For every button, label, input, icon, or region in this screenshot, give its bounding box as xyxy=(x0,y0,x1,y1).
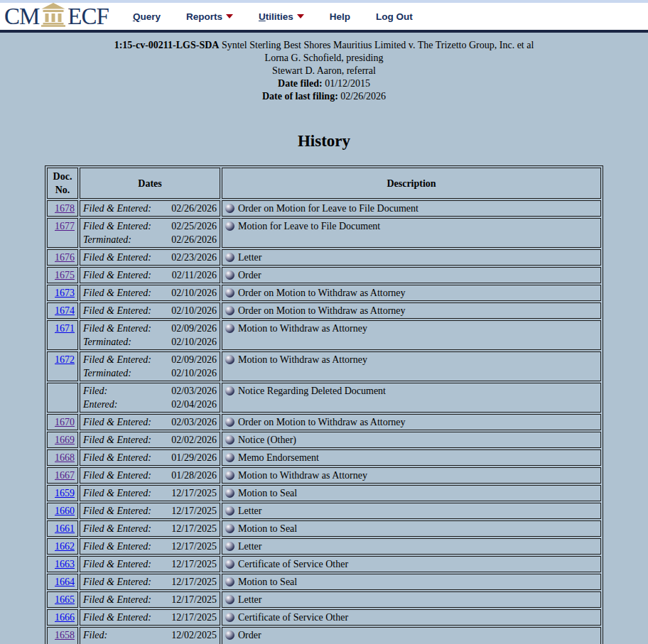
doc-number-link[interactable]: 1661 xyxy=(55,523,75,534)
menu-item-query[interactable]: Query xyxy=(133,11,161,22)
date-label: Filed & Entered: xyxy=(83,504,151,518)
date-line: Filed & Entered:02/25/2026 xyxy=(83,219,217,233)
description-cell: Notice Regarding Deleted Document xyxy=(222,383,601,413)
dates-cell: Filed & Entered:12/17/2025 xyxy=(80,556,220,572)
silver-ball-document-icon[interactable] xyxy=(225,471,234,480)
silver-ball-document-icon[interactable] xyxy=(225,453,234,462)
date-label: Filed & Entered: xyxy=(83,415,151,429)
doc-number-link[interactable]: 1663 xyxy=(55,559,75,569)
description-text: Motion to Seal xyxy=(238,577,297,587)
silver-ball-document-icon[interactable] xyxy=(225,253,234,262)
doc-number-link[interactable]: 1665 xyxy=(55,594,75,605)
dates-cell: Filed & Entered:01/28/2026 xyxy=(80,467,220,484)
silver-ball-document-icon[interactable] xyxy=(225,577,234,586)
date-value: 12/02/2025 xyxy=(171,628,217,642)
history-row: 1662Filed & Entered:12/17/2025Letter xyxy=(47,538,601,555)
date-value: 02/11/2026 xyxy=(172,268,217,282)
app-header: CM ECF QueryReportsUtilitiesHelpLog Out xyxy=(0,0,648,33)
history-row: 1678Filed & Entered:02/26/2026Order on M… xyxy=(47,200,601,217)
doc-number-link[interactable]: 1667 xyxy=(55,470,75,481)
history-row: 1665Filed & Entered:12/17/2025Letter xyxy=(47,591,601,608)
case-title: Syntel Sterling Best Shores Mauritius Li… xyxy=(222,40,534,50)
doc-number-link[interactable]: 1662 xyxy=(55,541,75,552)
silver-ball-document-icon[interactable] xyxy=(225,222,234,231)
silver-ball-document-icon[interactable] xyxy=(225,506,234,515)
date-label: Filed: xyxy=(83,384,107,398)
doc-number-link[interactable]: 1677 xyxy=(55,221,75,231)
doc-number-link[interactable]: 1676 xyxy=(55,252,75,263)
doc-number-cell xyxy=(47,383,78,413)
silver-ball-document-icon[interactable] xyxy=(225,595,234,604)
page-title: History xyxy=(0,132,648,151)
description-cell: Order on Motion to Withdraw as Attorney xyxy=(222,285,601,301)
doc-number-link[interactable]: 1664 xyxy=(55,577,75,587)
silver-ball-document-icon[interactable] xyxy=(225,306,234,315)
description-cell: Motion to Seal xyxy=(222,485,601,501)
header-description: Description xyxy=(222,168,601,199)
silver-ball-document-icon[interactable] xyxy=(225,524,234,533)
silver-ball-document-icon[interactable] xyxy=(225,435,234,444)
doc-number-link[interactable]: 1673 xyxy=(55,288,75,298)
cmecf-logo[interactable]: CM ECF xyxy=(4,2,109,31)
history-row: 1677Filed & Entered:02/25/2026Terminated… xyxy=(47,218,601,248)
doc-number-link[interactable]: 1670 xyxy=(55,417,75,427)
silver-ball-document-icon[interactable] xyxy=(225,324,234,333)
date-line: Filed & Entered:02/10/2026 xyxy=(83,304,217,317)
silver-ball-document-icon[interactable] xyxy=(225,417,234,427)
doc-number-cell: 1675 xyxy=(47,267,78,283)
doc-number-link[interactable]: 1658 xyxy=(55,630,75,640)
history-row: 1660Filed & Entered:12/17/2025Letter xyxy=(47,503,601,519)
doc-number-link[interactable]: 1666 xyxy=(55,612,75,623)
doc-number-link[interactable]: 1668 xyxy=(55,452,75,463)
menu-item-label: Utilities xyxy=(259,11,293,22)
doc-number-cell: 1662 xyxy=(47,538,78,555)
dates-cell: Filed & Entered:02/03/2026 xyxy=(80,414,220,430)
menu-item-reports[interactable]: Reports xyxy=(186,11,233,22)
doc-number-link[interactable]: 1669 xyxy=(55,435,75,445)
date-line: Filed:02/03/2026 xyxy=(83,384,217,398)
silver-ball-document-icon[interactable] xyxy=(225,613,234,622)
doc-number-link[interactable]: 1659 xyxy=(55,488,75,498)
doc-number-cell: 1672 xyxy=(47,351,78,381)
date-value: 02/26/2026 xyxy=(171,202,217,215)
doc-number-link[interactable]: 1678 xyxy=(55,203,75,214)
menu-item-utilities[interactable]: Utilities xyxy=(259,11,304,22)
dates-cell: Filed:02/03/2026Entered:02/04/2026 xyxy=(80,383,220,413)
silver-ball-document-icon[interactable] xyxy=(225,489,234,498)
history-row: 1674Filed & Entered:02/10/2026Order on M… xyxy=(47,302,601,319)
doc-number-link[interactable]: 1672 xyxy=(55,354,75,365)
date-value: 02/10/2026 xyxy=(171,304,217,317)
date-line: Filed & Entered:02/03/2026 xyxy=(83,415,217,429)
date-label: Filed & Entered: xyxy=(83,433,151,447)
description-cell: Letter xyxy=(222,503,601,519)
presiding-judge: Lorna G. Schofield, presiding xyxy=(0,52,648,65)
date-value: 02/09/2026 xyxy=(171,353,217,366)
silver-ball-document-icon[interactable] xyxy=(225,631,234,640)
doc-number-cell: 1676 xyxy=(47,249,78,266)
silver-ball-document-icon[interactable] xyxy=(225,355,234,364)
silver-ball-document-icon[interactable] xyxy=(225,271,234,280)
history-row: 1671Filed & Entered:02/09/2026Terminated… xyxy=(47,320,601,350)
date-label: Filed & Entered: xyxy=(83,486,151,500)
silver-ball-document-icon[interactable] xyxy=(225,560,234,569)
doc-number-link[interactable]: 1660 xyxy=(55,506,75,516)
doc-number-link[interactable]: 1674 xyxy=(55,305,75,316)
doc-number-cell: 1661 xyxy=(47,520,78,537)
date-value: 12/17/2025 xyxy=(171,593,217,606)
description-text: Order on Motion to Withdraw as Attorney xyxy=(238,305,406,316)
date-line: Filed & Entered:12/17/2025 xyxy=(83,504,217,518)
dates-cell: Filed & Entered:02/23/2026 xyxy=(80,249,220,266)
doc-number-link[interactable]: 1671 xyxy=(55,323,75,334)
menu-item-help[interactable]: Help xyxy=(330,11,350,22)
description-text: Memo Endorsement xyxy=(238,452,319,463)
silver-ball-document-icon[interactable] xyxy=(225,542,234,551)
description-cell: Order on Motion to Withdraw as Attorney xyxy=(222,302,601,319)
doc-number-link[interactable]: 1675 xyxy=(55,270,75,280)
description-text: Order on Motion for Leave to File Docume… xyxy=(238,203,418,214)
silver-ball-document-icon[interactable] xyxy=(225,288,234,298)
menu-item-log-out[interactable]: Log Out xyxy=(376,11,413,22)
silver-ball-document-icon[interactable] xyxy=(225,204,234,213)
date-line: Filed & Entered:12/17/2025 xyxy=(83,593,217,606)
description-text: Order on Motion to Withdraw as Attorney xyxy=(238,417,406,427)
silver-ball-document-icon[interactable] xyxy=(225,386,234,395)
